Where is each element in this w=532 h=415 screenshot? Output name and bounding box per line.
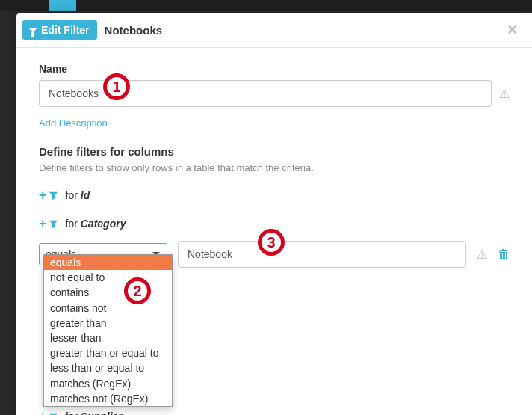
operator-option[interactable]: not equal to xyxy=(44,270,172,285)
operator-option[interactable]: greater than xyxy=(44,316,172,331)
operator-dropdown: equals not equal to contains contains no… xyxy=(43,254,173,407)
filter-column-row-id: + for Id xyxy=(39,188,510,202)
add-condition-icon[interactable]: + xyxy=(39,217,47,230)
operator-option[interactable]: contains not xyxy=(44,301,172,316)
background-top-bar xyxy=(0,0,532,11)
condition-value-input[interactable] xyxy=(178,241,466,268)
column-name-id: Id xyxy=(81,189,90,201)
warning-icon: ⚠ xyxy=(477,248,487,262)
funnel-icon[interactable] xyxy=(49,191,58,200)
operator-option[interactable]: lesser than xyxy=(44,331,172,345)
close-icon[interactable]: × xyxy=(507,22,517,38)
operator-option[interactable]: matches not (RegEx) xyxy=(44,391,172,406)
add-condition-icon[interactable]: + xyxy=(39,188,47,202)
annotation-badge: 3 xyxy=(258,229,285,256)
operator-option[interactable]: equals xyxy=(44,255,172,270)
filters-heading: Define filters for columns xyxy=(39,145,510,158)
bg-accent xyxy=(49,0,76,11)
edit-filter-badge: Edit Filter xyxy=(22,20,97,40)
operator-option[interactable]: less than or equal to xyxy=(44,360,172,375)
filters-subheading: Define filters to show only rows in a ta… xyxy=(39,162,510,173)
funnel-icon[interactable] xyxy=(49,412,58,416)
funnel-icon[interactable] xyxy=(49,219,58,229)
annotation-badge: 1 xyxy=(103,73,130,100)
for-label: for xyxy=(66,411,78,415)
for-label: for xyxy=(66,218,78,230)
modal-header: Edit Filter Notebooks × xyxy=(16,13,532,48)
operator-option[interactable]: contains xyxy=(44,285,172,300)
funnel-icon xyxy=(28,28,37,33)
for-label: for xyxy=(66,189,78,201)
add-condition-icon[interactable]: + xyxy=(39,410,47,415)
operator-option[interactable]: greater than or equal to xyxy=(44,345,172,360)
add-description-link[interactable]: Add Description xyxy=(39,117,108,129)
column-name-category: Category xyxy=(81,218,126,230)
operator-option[interactable]: matches (RegEx) xyxy=(44,376,172,391)
filter-controls: + xyxy=(39,188,58,202)
filter-controls: + xyxy=(39,217,58,230)
modal-title-context: Notebooks xyxy=(105,24,163,37)
name-label: Name xyxy=(39,63,510,75)
edit-filter-label: Edit Filter xyxy=(41,24,90,36)
annotation-badge: 2 xyxy=(124,277,151,304)
trash-icon[interactable]: 🗑 xyxy=(498,248,510,261)
warning-icon: ⚠ xyxy=(499,87,510,101)
filter-column-row-supplier: + for Supplier xyxy=(39,410,510,415)
column-name-supplier: Supplier xyxy=(81,411,123,415)
filter-column-row-category: + for Category xyxy=(39,217,510,230)
filter-controls: + xyxy=(39,410,58,415)
